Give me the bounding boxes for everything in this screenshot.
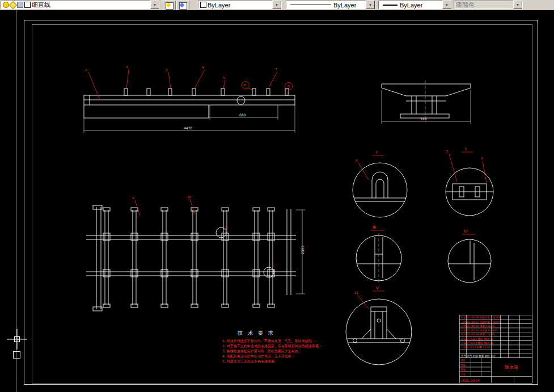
layer-previous-button[interactable]	[176, 1, 189, 11]
dim-side-segment: 680	[239, 113, 246, 117]
detail-view-b: 7 II 8	[446, 147, 493, 216]
object-properties-toolbar: 细直线 ▼ ByLayer ▼ ByLayer ▼ ByLayer ▼ 随颜色 …	[0, 0, 554, 11]
tech-line: 1. 焊接件焊缝应平整均匀，不得有夹渣、气孔、裂纹等缺陷；	[222, 339, 315, 343]
field-label: 审核	[460, 368, 466, 371]
dim-plan-height: 2350	[301, 246, 305, 254]
lineweight-combo-arrow[interactable]: ▼	[442, 1, 451, 9]
callout: 3	[166, 68, 168, 71]
lock-icon	[17, 2, 23, 8]
callout: 1	[85, 68, 87, 71]
layer-combo[interactable]: 细直线 ▼	[1, 1, 160, 9]
technical-requirements: 技 术 要 求 1. 焊接件焊缝应平整均匀，不得有夹渣、气孔、裂纹等缺陷； 2.…	[222, 330, 322, 364]
layer-name: 细直线	[32, 1, 50, 9]
linetype-combo-arrow[interactable]: ▼	[366, 1, 375, 9]
model-space-canvas[interactable]: 680 4470 1 2 3 4 5 6 7 8	[0, 10, 554, 392]
detail-mark: V	[376, 286, 379, 290]
parts-row: 5 SMZL-00-05 连接板 8 Q235	[461, 329, 497, 332]
parts-row: 1 GB/T 97.1 垫圈 12 32	[461, 346, 490, 349]
make-object-layer-current-button[interactable]	[163, 1, 176, 11]
layer-color-swatch	[24, 2, 31, 8]
callout: 7	[275, 68, 277, 71]
detail-mark: I	[376, 150, 377, 155]
tech-line: 5. 外露非加工表面涂灰色油漆两遍。	[222, 359, 278, 364]
ucs-icon	[14, 352, 20, 359]
callout: 2	[126, 65, 128, 69]
tech-title: 技 术 要 求	[237, 330, 275, 336]
parts-row: 4 SMZL-00-04 纵梁 2 Q235	[461, 332, 495, 336]
dim-side-overall: 4470	[184, 126, 192, 130]
lineweight-sample	[383, 5, 397, 6]
color-combo[interactable]: ByLayer ▼	[198, 1, 282, 9]
callout: 7	[446, 150, 449, 153]
color-combo-arrow[interactable]: ▼	[272, 1, 281, 9]
detail-mark: II	[465, 147, 467, 151]
lineweight-combo-value: ByLayer	[400, 2, 422, 9]
tech-line: 2. 对于施工过程中造成的油漆脱落，应在除锈后补涂防锈漆两遍；	[222, 344, 322, 348]
callout: 8	[287, 85, 290, 88]
layer-combo-arrow[interactable]: ▼	[150, 1, 159, 9]
parts-row: 3 GB/T 5782 螺栓 M12 16	[461, 337, 493, 340]
detail-letter: C	[272, 264, 274, 268]
detail-letter: B	[225, 226, 227, 229]
drawing-code: SMZL-00-04	[461, 379, 480, 382]
lineweight-combo[interactable]: ByLayer ▼	[378, 1, 452, 9]
parts-row: 8 SMZL-00-08 挡板支架 2 Q235	[461, 316, 500, 319]
dim-section-width: 790	[420, 117, 427, 121]
callout: 6	[244, 83, 246, 87]
parts-row: 7 SMZL-00-07 托辊支架 4 Q235	[461, 321, 500, 323]
callout: 11	[354, 291, 358, 294]
callout: 10	[187, 195, 191, 199]
tech-line: 4. 装配后各运动部件应动作灵活，无卡滞现象；	[222, 354, 295, 359]
bulb-icon	[3, 2, 9, 8]
callout: 6	[356, 159, 358, 162]
callout: 4	[202, 66, 204, 69]
sun-icon	[9, 1, 17, 9]
drawing-svg[interactable]: 680 4470 1 2 3 4 5 6 7 8	[0, 10, 554, 392]
drawing-name: 除水箱	[505, 365, 518, 370]
linetype-combo[interactable]: ByLayer ▼	[286, 1, 375, 9]
field-label: 设计	[460, 359, 466, 362]
layers-icon	[166, 2, 174, 10]
detail-mark: IV	[464, 229, 468, 234]
layer-previous-icon	[179, 2, 187, 10]
title-block: 8 SMZL-00-08 挡板支架 2 Q235 7 SMZL-00-07 托辊…	[460, 315, 532, 383]
detail-view-c: III	[356, 225, 401, 283]
plan-view: 2350 9 10 B C	[86, 195, 305, 311]
parts-row: 2 GB/T 6170 螺母 M12 16	[461, 341, 493, 344]
plotstyle-combo: 随颜色 ▼	[454, 1, 523, 9]
callout: 9	[132, 196, 134, 200]
tech-line: 3. 各螺栓连接处应拧紧可靠，防松垫圈应齐全有效；	[222, 349, 302, 353]
linetype-sample	[290, 5, 331, 5]
detail-mark: III	[373, 225, 376, 230]
plotstyle-combo-arrow: ▼	[513, 1, 522, 9]
plotstyle-combo-value: 随颜色	[456, 1, 475, 9]
callout: 5	[223, 76, 225, 79]
detail-view-a: 6 I	[353, 150, 407, 217]
field-label: 工艺	[460, 373, 466, 376]
current-color-swatch	[200, 2, 206, 8]
linetype-combo-value: ByLayer	[333, 2, 356, 9]
side-view: 680 4470 1 2 3 4 5 6 7 8	[84, 65, 295, 133]
section-view: 790	[382, 81, 471, 124]
field-label: 校核	[460, 364, 466, 366]
color-combo-value: ByLayer	[208, 2, 230, 9]
callout: 8	[481, 157, 483, 160]
parts-row: 6 SMZL-00-06 横梁 6 Q235	[461, 324, 495, 327]
detail-view-e: 11 V	[346, 286, 412, 365]
detail-view-d: IV	[448, 229, 491, 283]
